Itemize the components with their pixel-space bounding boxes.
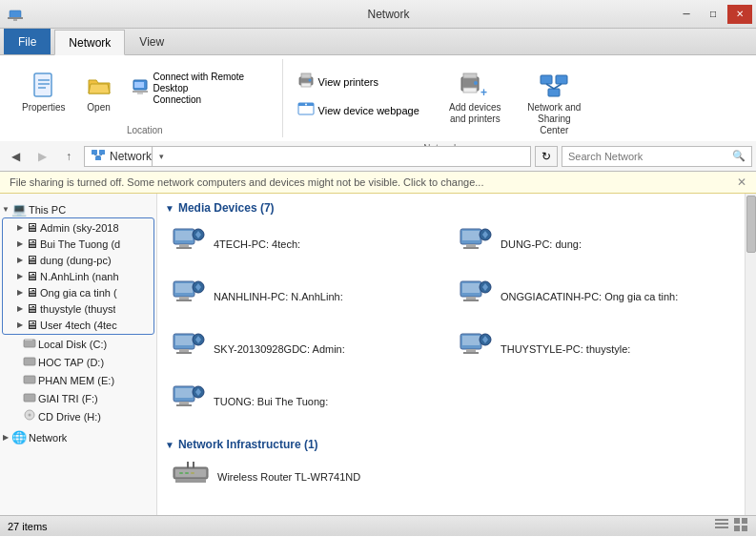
close-button[interactable]: ✕ — [727, 5, 752, 24]
maximize-button[interactable]: □ — [701, 5, 725, 24]
svg-rect-36 — [24, 376, 35, 383]
svg-rect-84 — [715, 523, 728, 525]
add-devices-button[interactable]: + Add devices and printers — [438, 65, 513, 130]
open-button[interactable]: Open — [76, 65, 122, 118]
toggle-nanh[interactable]: ▶ — [14, 272, 26, 280]
toggle-dung[interactable]: ▶ — [14, 256, 26, 264]
sidebar-item-this-pc[interactable]: ▼ 💻 This PC — [0, 201, 156, 217]
svg-rect-62 — [179, 349, 189, 352]
sidebar-item-cd[interactable]: CD Drive (H:) — [0, 407, 156, 425]
svg-rect-2 — [13, 19, 17, 21]
section-media-devices[interactable]: ▼ Media Devices (7) — [165, 197, 737, 218]
address-input[interactable]: Network ▾ — [84, 146, 531, 167]
list-item[interactable]: NANHLINH-PC: N.AnhLinh: — [165, 271, 450, 321]
tab-view[interactable]: View — [125, 29, 178, 54]
svg-rect-53 — [176, 299, 192, 301]
sidebar-item-phanm[interactable]: PHAN MEM (E:) — [0, 371, 156, 389]
refresh-button[interactable]: ↻ — [535, 146, 558, 167]
address-dropdown[interactable]: ▾ — [152, 146, 171, 167]
toggle-this-pc[interactable]: ▼ — [0, 205, 11, 214]
properties-button[interactable]: Properties — [15, 65, 72, 118]
phanm-label: PHAN MEM (E:) — [38, 375, 114, 386]
list-item[interactable]: Wireless Router TL-WR741ND — [165, 455, 470, 498]
svg-rect-71 — [175, 388, 193, 398]
svg-point-17 — [305, 104, 307, 106]
view-controls — [714, 517, 748, 535]
forward-button[interactable]: ▶ — [31, 145, 53, 168]
sidebar-item-bui[interactable]: ▶ 🖥 Bui The Tuong (d — [3, 236, 153, 252]
this-pc-icon: 💻 — [11, 202, 27, 217]
sidebar-item-nanh[interactable]: ▶ 🖥 N.AnhLinh (nanh — [3, 268, 153, 284]
item-count: 27 items — [8, 521, 48, 532]
svg-rect-13 — [301, 83, 311, 87]
toggle-bui[interactable]: ▶ — [14, 239, 26, 248]
list-item[interactable]: TUONG: Bui The Tuong: — [165, 376, 450, 426]
svg-rect-61 — [175, 336, 193, 345]
search-icon[interactable]: 🔍 — [732, 150, 746, 162]
sidebar-item-network[interactable]: ▶ 🌐 Network — [0, 429, 156, 445]
sidebar-item-localc[interactable]: Local Disk (C:) — [0, 335, 156, 353]
svg-rect-9 — [137, 93, 143, 94]
file-list: ▼ Media Devices (7) 4TECH-PC: 4te — [157, 194, 745, 515]
network-small-buttons: View printers View device webpage — [291, 65, 426, 124]
list-item[interactable]: 4TECH-PC: 4tech: — [165, 218, 450, 269]
ong-label: Ong gia ca tinh ( — [40, 287, 117, 299]
phanm-icon — [23, 372, 36, 388]
network-infra-label: Network Infrastructure (1) — [178, 438, 318, 451]
location-small-buttons: Connect with Remote DesktopConnection — [126, 65, 275, 109]
sidebar-item-admin[interactable]: ▶ 🖥 Admin (sky-2018 — [3, 219, 153, 236]
view-printers-button[interactable]: View printers — [291, 69, 426, 95]
view-device-button[interactable]: View device webpage — [291, 97, 426, 124]
info-close-button[interactable]: ✕ — [737, 176, 746, 189]
svg-rect-77 — [187, 462, 189, 468]
search-input[interactable] — [568, 151, 732, 162]
sidebar-item-hoct[interactable]: HOC TAP (D:) — [0, 353, 156, 371]
up-button[interactable]: ↑ — [57, 145, 80, 168]
sidebar-item-dung[interactable]: ▶ 🖥 dung (dung-pc) — [3, 252, 153, 268]
svg-line-27 — [554, 84, 562, 89]
router-info: Wireless Router TL-WR741ND — [217, 471, 360, 483]
location-buttons: Properties Open Connect with Remote Desk… — [15, 61, 275, 123]
toggle-user4tech[interactable]: ▶ — [14, 320, 26, 329]
sidebar-item-giait[interactable]: GIAI TRI (F:) — [0, 389, 156, 407]
sidebar-spacer — [0, 194, 156, 201]
list-item[interactable]: ONGGIACATINH-PC: Ong gia ca tinh: — [452, 271, 737, 321]
list-item[interactable]: SKY-20130928GDC: Admin: — [165, 323, 450, 374]
sidebar-item-ong[interactable]: ▶ 🖥 Ong gia ca tinh ( — [3, 284, 153, 300]
bui-label: Bui The Tuong (d — [40, 238, 120, 250]
toggle-ong[interactable]: ▶ — [14, 288, 26, 297]
svg-rect-43 — [176, 247, 192, 249]
info-message[interactable]: File sharing is turned off. Some network… — [10, 176, 484, 188]
tab-file[interactable]: File — [4, 29, 51, 54]
list-item[interactable]: THUYSTYLE-PC: thuystyle: — [452, 323, 737, 374]
toggle-admin[interactable]: ▶ — [14, 223, 26, 232]
details-view-icon[interactable] — [714, 517, 729, 535]
device-name-4tech: 4TECH-PC: 4tech: — [214, 238, 300, 250]
ribbon-group-network: View printers View device webpage — [283, 59, 600, 137]
sidebar: ▼ 💻 This PC ▶ 🖥 Admin (sky-2018 ▶ 🖥 Bui … — [0, 194, 157, 515]
toggle-thuystyle[interactable]: ▶ — [14, 304, 26, 313]
sidebar-item-user4tech[interactable]: ▶ 🖥 User 4tech (4tec — [3, 317, 153, 333]
remote-desktop-button[interactable]: Connect with Remote DesktopConnection — [126, 69, 275, 109]
minimize-button[interactable]: ─ — [674, 5, 699, 24]
svg-rect-28 — [92, 150, 97, 155]
section-network-infra[interactable]: ▼ Network Infrastructure (1) — [165, 434, 737, 455]
tab-network[interactable]: Network — [54, 30, 125, 55]
svg-rect-12 — [301, 73, 311, 78]
list-item[interactable]: DUNG-PC: dung: — [452, 218, 737, 269]
device-name-nanh: NANHLINH-PC: N.AnhLinh: — [214, 291, 343, 302]
giait-label: GIAI TRI (F:) — [38, 393, 98, 404]
toggle-network[interactable]: ▶ — [0, 433, 11, 442]
svg-rect-88 — [734, 526, 740, 531]
network-bottom-label: Network — [29, 432, 67, 444]
user4tech-icon: 🖥 — [26, 318, 38, 332]
back-button[interactable]: ◀ — [4, 145, 27, 168]
sidebar-scrollbar[interactable] — [745, 194, 756, 515]
infra-grid: Wireless Router TL-WR741ND — [165, 455, 737, 506]
tiles-view-icon[interactable] — [733, 517, 748, 535]
svg-rect-78 — [193, 462, 194, 468]
content-area: ▼ 💻 This PC ▶ 🖥 Admin (sky-2018 ▶ 🖥 Bui … — [0, 194, 756, 515]
svg-rect-57 — [466, 297, 476, 299]
sidebar-item-thuystyle[interactable]: ▶ 🖥 thuystyle (thuyst — [3, 300, 153, 317]
nsc-button[interactable]: Network and Sharing Center — [517, 65, 592, 141]
